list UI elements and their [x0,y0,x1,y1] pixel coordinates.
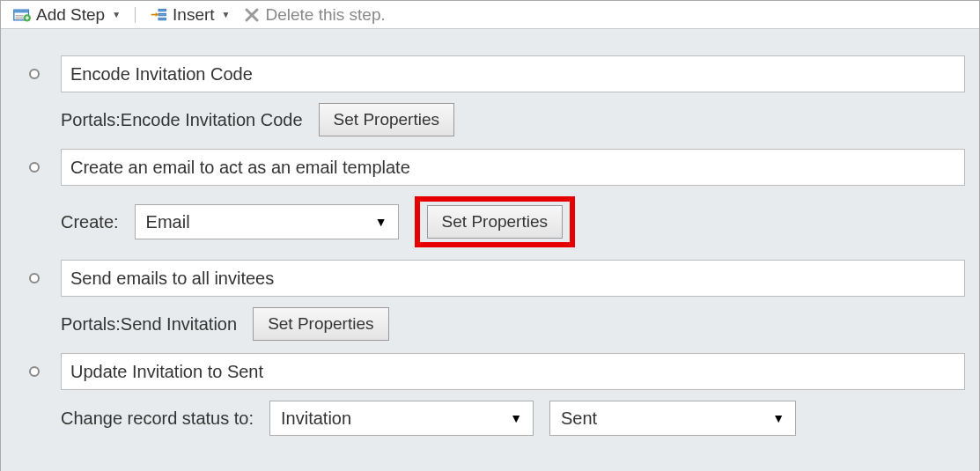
change-status-label: Change record status to: [61,408,254,429]
chevron-down-icon: ▼ [112,10,121,19]
step-bullet-icon [29,273,40,283]
set-properties-button[interactable]: Set Properties [319,103,454,136]
svg-rect-1 [14,10,29,12]
step-action-label: Portals:Send Invitation [61,314,237,335]
step-action-label: Portals:Encode Invitation Code [61,110,303,130]
step-title-row [1,55,979,92]
svg-rect-8 [158,13,166,15]
separator [135,7,136,23]
set-properties-button[interactable]: Set Properties [427,205,563,239]
svg-marker-11 [156,12,158,17]
create-entity-select[interactable]: Email ▼ [135,204,399,239]
step-detail-row: Portals:Encode Invitation Code Set Prope… [1,92,979,149]
step-title-row [1,149,979,186]
workflow-editor: Add Step ▼ Insert ▼ Delete this step. [0,0,980,471]
insert-label: Insert [173,5,215,25]
chevron-down-icon: ▼ [375,215,387,229]
toolbar: Add Step ▼ Insert ▼ Delete this step. [1,1,979,29]
step-detail-row: Change record status to: Invitation ▼ Se… [1,390,979,448]
select-value: Sent [561,408,597,429]
step-detail-row: Portals:Send Invitation Set Properties [1,297,979,353]
step-bullet-icon [29,69,40,79]
svg-rect-9 [158,18,166,20]
delete-step-button[interactable]: Delete this step. [239,4,389,26]
step-title-input[interactable] [61,149,965,186]
highlight-box: Set Properties [415,196,575,247]
step-bullet-icon [29,366,40,377]
add-step-icon [13,7,31,23]
add-step-button[interactable]: Add Step ▼ [10,4,124,26]
svg-rect-7 [158,9,166,11]
insert-icon [150,7,167,23]
step-detail-row: Create: Email ▼ Set Properties [1,186,979,260]
step-title-input[interactable] [61,353,965,390]
add-step-label: Add Step [36,5,105,25]
chevron-down-icon: ▼ [222,10,231,19]
steps-area: Portals:Encode Invitation Code Set Prope… [1,29,979,471]
status-entity-select[interactable]: Invitation ▼ [269,401,534,436]
step-title-input[interactable] [61,55,965,92]
select-value: Email [146,212,190,232]
chevron-down-icon: ▼ [772,411,785,425]
step-title-input[interactable] [61,260,965,297]
chevron-down-icon: ▼ [510,411,522,425]
step-bullet-icon [29,162,40,173]
step-title-row [1,260,979,297]
insert-button[interactable]: Insert ▼ [146,4,233,26]
status-value-select[interactable]: Sent ▼ [549,401,796,436]
delete-label: Delete this step. [266,5,386,25]
step-title-row [1,353,979,390]
select-value: Invitation [281,408,351,429]
create-label: Create: [61,212,119,232]
delete-icon [243,7,261,23]
set-properties-button[interactable]: Set Properties [253,307,388,341]
